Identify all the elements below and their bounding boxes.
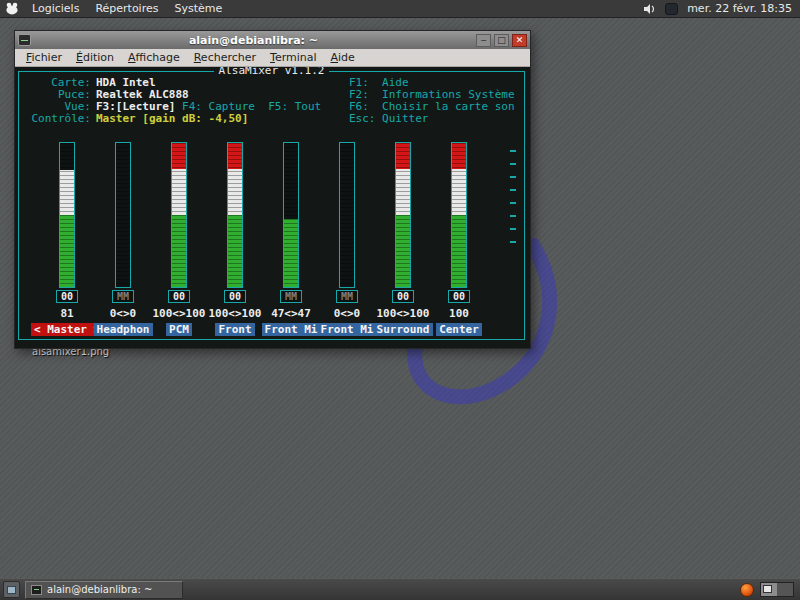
mute-indicator[interactable]: MM: [336, 290, 358, 303]
volume-bar[interactable]: [283, 142, 299, 288]
mixer-help-line: Esc: Quitter: [349, 113, 515, 125]
alsamixer-channels: 0081< Master >MM0<>0Headphon00100<>100PC…: [39, 142, 487, 336]
channel-label[interactable]: Center: [436, 323, 482, 336]
window-title: alain@debianlibra: ~: [34, 34, 473, 47]
volume-bar[interactable]: [395, 142, 411, 288]
terminal-icon: [31, 585, 42, 595]
panel-launcher-icon[interactable]: [3, 581, 20, 598]
alsamixer-help: F1: AideF2: Informations SystèmeF6: Choi…: [349, 77, 515, 125]
terminal-window: alain@debianlibra: ~ ‒ □ ✕ FichierÉditio…: [14, 30, 531, 349]
notifier-icon[interactable]: [740, 583, 754, 597]
channel-label[interactable]: Headphon: [94, 323, 153, 336]
terminal-icon: [18, 34, 31, 46]
mixer-channel[interactable]: MM0<>0Front Mi: [319, 142, 375, 336]
mixer-info-row: Contrôle:Master [gain dB: -4,50]: [27, 113, 321, 125]
mixer-channel[interactable]: 00100<>100Front: [207, 142, 263, 336]
mixer-channel[interactable]: 0081< Master >: [39, 142, 95, 336]
alsamixer-info: Carte:HDA IntelPuce:Realtek ALC888Vue:F3…: [27, 77, 321, 125]
top-panel: LogicielsRépertoiresSystème mer. 22 févr…: [0, 0, 800, 18]
mute-indicator[interactable]: MM: [112, 290, 134, 303]
clock[interactable]: mer. 22 févr. 18:35: [687, 2, 792, 15]
channel-label[interactable]: Front: [215, 323, 254, 336]
minimize-button[interactable]: ‒: [476, 34, 491, 47]
applications-menu-icon[interactable]: [4, 2, 20, 16]
terminal-menu-item[interactable]: Aide: [324, 49, 362, 67]
channel-label[interactable]: Front Mi: [318, 323, 377, 336]
mute-indicator[interactable]: 00: [168, 290, 190, 303]
volume-value: 47<>47: [271, 308, 311, 320]
volume-bar[interactable]: [451, 142, 467, 288]
mixer-channel[interactable]: MM47<>47Front Mi: [263, 142, 319, 336]
volume-value: 100<>100: [209, 308, 262, 320]
terminal-menu-item[interactable]: Fichier: [19, 49, 69, 67]
desktop: alsamixer1.png LogicielsRépertoiresSystè…: [0, 0, 800, 600]
mixer-channel[interactable]: 00100<>100Surround: [375, 142, 431, 336]
volume-icon[interactable]: [643, 3, 656, 15]
mute-indicator[interactable]: MM: [280, 290, 302, 303]
panel-menu-item[interactable]: Système: [166, 0, 230, 18]
mute-indicator[interactable]: 00: [56, 290, 78, 303]
channel-label[interactable]: Front Mi: [262, 323, 321, 336]
volume-value: 0<>0: [334, 308, 361, 320]
volume-value: 0<>0: [110, 308, 137, 320]
terminal-menu-item[interactable]: Rechercher: [187, 49, 263, 67]
volume-value: 100<>100: [153, 308, 206, 320]
top-panel-tray: mer. 22 févr. 18:35: [643, 2, 800, 15]
mute-indicator[interactable]: 00: [224, 290, 246, 303]
volume-bar[interactable]: [227, 142, 243, 288]
terminal-menu-item[interactable]: Affichage: [121, 49, 187, 67]
taskbar-window-label: alain@debianlibra: ~: [47, 584, 152, 595]
volume-bar[interactable]: [115, 142, 131, 288]
volume-value: 100<>100: [377, 308, 430, 320]
volume-bar[interactable]: [59, 142, 75, 288]
mixer-channel[interactable]: 00100<>100PCM: [151, 142, 207, 336]
alsamixer-title: AlsaMixer v1.1.2: [214, 67, 330, 77]
taskbar: alain@debianlibra: ~: [0, 578, 800, 600]
terminal-menu-item[interactable]: Terminal: [263, 49, 324, 67]
panel-menu-item[interactable]: Logiciels: [24, 0, 87, 18]
mixer-channel[interactable]: 00100Center: [431, 142, 487, 336]
channel-label[interactable]: PCM: [166, 323, 192, 336]
workspace-pager: [760, 582, 794, 597]
mixer-channel[interactable]: MM0<>0Headphon: [95, 142, 151, 336]
maximize-button[interactable]: □: [494, 34, 509, 47]
close-button[interactable]: ✕: [512, 34, 527, 47]
terminal-screen[interactable]: AlsaMixer v1.1.2 Carte:HDA IntelPuce:Rea…: [15, 67, 530, 348]
taskbar-tray: [740, 582, 797, 597]
top-panel-menus: LogicielsRépertoiresSystème: [24, 0, 230, 18]
channel-label[interactable]: < Master >: [31, 323, 103, 336]
panel-plugin-icon[interactable]: [665, 3, 678, 15]
volume-bar[interactable]: [339, 142, 355, 288]
mute-indicator[interactable]: 00: [392, 290, 414, 303]
workspace-1[interactable]: [761, 583, 777, 596]
window-titlebar[interactable]: alain@debianlibra: ~ ‒ □ ✕: [15, 31, 530, 49]
mute-indicator[interactable]: 00: [448, 290, 470, 303]
volume-bar[interactable]: [171, 142, 187, 288]
more-channels-indicator: [510, 150, 516, 254]
terminal-menu-item[interactable]: Édition: [69, 49, 121, 67]
workspace-2[interactable]: [777, 583, 793, 596]
volume-value: 100: [449, 308, 469, 320]
alsamixer-frame: AlsaMixer v1.1.2 Carte:HDA IntelPuce:Rea…: [18, 71, 525, 340]
terminal-menubar: FichierÉditionAffichageRechercherTermina…: [15, 49, 530, 67]
channel-label[interactable]: Surround: [374, 323, 433, 336]
panel-menu-item[interactable]: Répertoires: [87, 0, 166, 18]
taskbar-window-button[interactable]: alain@debianlibra: ~: [25, 581, 183, 599]
volume-value: 81: [60, 308, 73, 320]
